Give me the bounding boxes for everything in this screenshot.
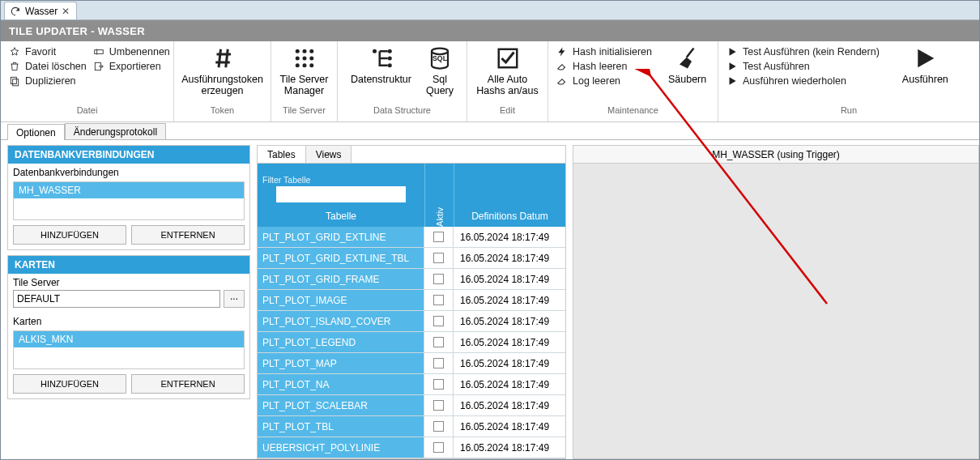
duplicate-button[interactable]: Duplizieren (9, 75, 87, 87)
table-row[interactable]: PLT_PLOT_ISLAND_COVER16.05.2024 18:17:49 (258, 311, 565, 332)
col-aktiv: Aktiv (435, 207, 445, 227)
cell-date: 16.05.2024 18:17:49 (454, 353, 565, 373)
tileserver-manager-button[interactable]: Tile Server Manager (280, 46, 329, 97)
cell-tabelle: PLT_PLOT_ISLAND_COVER (258, 311, 424, 331)
checkbox[interactable] (433, 379, 444, 390)
cell-aktiv[interactable] (424, 437, 454, 458)
cell-aktiv[interactable] (424, 374, 454, 394)
checkbox[interactable] (433, 295, 444, 305)
karten-add-button[interactable]: HINZUFÜGEN (13, 374, 126, 394)
checkbox[interactable] (433, 232, 444, 242)
checkbox[interactable] (433, 274, 444, 284)
auto-hashs-button[interactable]: Alle Auto Hashs an/aus (476, 46, 538, 97)
cell-date: 16.05.2024 18:17:49 (454, 332, 565, 352)
star-icon (9, 46, 20, 58)
cell-date: 16.05.2024 18:17:49 (454, 290, 565, 310)
cell-aktiv[interactable] (424, 353, 454, 373)
cell-tabelle: PLT_PLOT_MAP (258, 353, 424, 373)
svg-point-7 (295, 57, 299, 61)
checkbox[interactable] (433, 400, 444, 411)
cell-aktiv[interactable] (424, 311, 454, 331)
db-add-button[interactable]: HINZUFÜGEN (13, 225, 126, 245)
table-row[interactable]: PLT_PLOT_SCALEBAR16.05.2024 18:17:49 (258, 395, 565, 416)
test-run-button[interactable]: Test Ausführen (726, 61, 880, 72)
tileserver-browse-button[interactable]: ... (224, 290, 245, 308)
checkbox[interactable] (433, 337, 444, 347)
karten-listbox[interactable]: ALKIS_MKN (13, 330, 245, 369)
play-large-icon (913, 46, 937, 70)
document-tab-wasser[interactable]: Wasser ✕ (4, 2, 77, 19)
cell-aktiv[interactable] (424, 269, 454, 289)
favorite-button[interactable]: Favorit (9, 46, 87, 58)
export-icon (93, 61, 104, 72)
tab-optionen[interactable]: Optionen (7, 124, 65, 140)
hash-clear-button[interactable]: Hash leeren (556, 61, 652, 72)
cell-date: 16.05.2024 18:17:49 (454, 416, 565, 437)
hash-init-button[interactable]: Hash initialisieren (556, 46, 652, 58)
run-repeat-button[interactable]: Ausführen wiederholen (726, 75, 880, 87)
table-row[interactable]: PLT_PLOT_GRID_FRAME16.05.2024 18:17:49 (258, 269, 565, 290)
checkbox[interactable] (433, 442, 444, 453)
export-button[interactable]: Exportieren (93, 61, 170, 72)
filter-input[interactable] (276, 186, 406, 202)
delete-file-button[interactable]: Datei löschen (9, 61, 87, 72)
svg-point-15 (388, 63, 392, 67)
cell-date: 16.05.2024 18:17:49 (454, 437, 565, 458)
cell-tabelle: PLT_PLOT_TBL (258, 416, 424, 437)
table-row[interactable]: PLT_PLOT_MAP16.05.2024 18:17:49 (258, 353, 565, 374)
table-row[interactable]: PLT_PLOT_GRID_EXTLINE_TBL16.05.2024 18:1… (258, 248, 565, 269)
cell-aktiv[interactable] (424, 395, 454, 415)
tab-views[interactable]: Views (306, 146, 352, 163)
table-row[interactable]: PLT_PLOT_NA16.05.2024 18:17:49 (258, 374, 565, 395)
karten-remove-button[interactable]: ENTFERNEN (131, 374, 245, 394)
checkbox[interactable] (433, 358, 444, 368)
svg-point-10 (295, 63, 299, 67)
db-label: Datenbankverbindungen (8, 164, 249, 180)
ribbon-group-tileserver: Tile Server (271, 105, 337, 121)
cell-tabelle: PLT_PLOT_SCALEBAR (258, 395, 424, 415)
test-run-norender-button[interactable]: Test Ausführen (kein Rendern) (726, 46, 880, 58)
eraser-icon (556, 75, 568, 87)
table-row[interactable]: PLT_PLOT_TBL16.05.2024 18:17:49 (258, 416, 565, 437)
table-row[interactable]: PLT_PLOT_LEGEND16.05.2024 18:17:49 (258, 332, 565, 353)
tileserver-input[interactable] (13, 290, 220, 308)
cell-aktiv[interactable] (424, 290, 454, 310)
rename-button[interactable]: Umbenennen (93, 46, 170, 58)
subtabs: Optionen Änderungsprotokoll (1, 122, 979, 140)
cell-aktiv[interactable] (424, 248, 454, 268)
tab-tables[interactable]: Tables (258, 146, 306, 163)
ribbon-group-token: Token (174, 105, 271, 121)
cell-aktiv[interactable] (424, 227, 454, 247)
svg-point-11 (302, 63, 306, 67)
checkbox[interactable] (433, 316, 444, 326)
cell-date: 16.05.2024 18:17:49 (454, 311, 565, 331)
run-button[interactable]: Ausführen (902, 46, 948, 85)
cell-tabelle: PLT_PLOT_GRID_EXTLINE (258, 227, 424, 247)
svg-point-6 (309, 49, 313, 53)
datastructure-button[interactable]: Datenstruktur (351, 46, 411, 85)
db-item[interactable]: MH_WASSER (14, 182, 244, 198)
checkbox[interactable] (433, 253, 444, 263)
cell-tabelle: PLT_PLOT_IMAGE (258, 290, 424, 310)
svg-rect-2 (95, 50, 104, 54)
cell-date: 16.05.2024 18:17:49 (454, 374, 565, 394)
close-icon[interactable]: ✕ (62, 6, 70, 17)
db-listbox[interactable]: MH_WASSER (13, 181, 245, 220)
create-token-button[interactable]: Ausführungstoken erzeugen (181, 46, 263, 97)
db-remove-button[interactable]: ENTFERNEN (131, 225, 245, 245)
copy-icon (9, 75, 20, 87)
tab-protokoll[interactable]: Änderungsprotokoll (65, 123, 166, 139)
cleanup-button[interactable]: Säubern (668, 46, 706, 85)
karten-panel-header: KARTEN (8, 256, 249, 274)
table-row[interactable]: UEBERSICHT_POLYLINIE16.05.2024 18:17:49 (258, 437, 565, 458)
checkbox[interactable] (433, 421, 444, 432)
cell-aktiv[interactable] (424, 332, 454, 352)
log-clear-button[interactable]: Log leeren (556, 75, 652, 87)
filter-label: Filter Tabelle (258, 172, 310, 186)
cell-aktiv[interactable] (424, 416, 454, 437)
table-row[interactable]: PLT_PLOT_IMAGE16.05.2024 18:17:49 (258, 290, 565, 311)
sql-query-button[interactable]: SQL Sql Query (426, 46, 454, 97)
karten-item[interactable]: ALKIS_MKN (14, 331, 244, 347)
refresh-icon (10, 6, 21, 17)
table-row[interactable]: PLT_PLOT_GRID_EXTLINE16.05.2024 18:17:49 (258, 227, 565, 248)
